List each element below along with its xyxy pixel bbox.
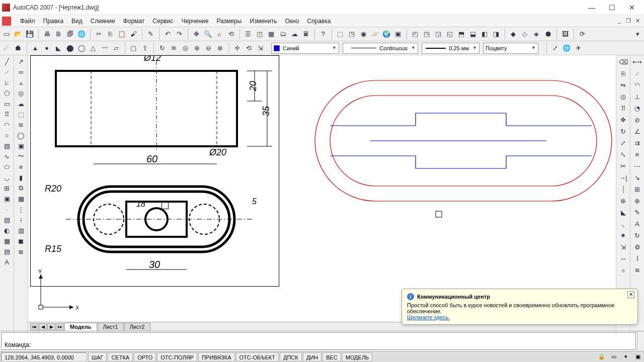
refresh-icon[interactable]: ⟳ xyxy=(577,29,588,40)
world-icon[interactable]: 🌐 xyxy=(561,43,572,54)
view-top-icon[interactable]: ⬒ xyxy=(456,29,467,40)
block-editor-icon[interactable]: ✎ xyxy=(145,29,156,40)
tab-prev[interactable]: ◀ xyxy=(39,323,47,330)
explode-icon[interactable]: ✷ xyxy=(618,230,629,241)
menu-draw[interactable]: Черчение xyxy=(177,17,212,26)
3dpoly-icon[interactable]: ⟁ xyxy=(16,77,27,87)
rect-icon[interactable]: ▭ xyxy=(2,99,13,109)
menu-insert[interactable]: Слияние xyxy=(87,17,119,26)
fillet-icon[interactable]: ◟ xyxy=(618,218,629,229)
layer-move-icon[interactable]: ☗ xyxy=(13,43,24,54)
scale-icon[interactable]: ⤢ xyxy=(618,137,629,148)
cube-intersect-icon[interactable]: ◈ xyxy=(531,29,542,40)
line-icon[interactable]: ╱ xyxy=(2,56,13,66)
dim-leader-icon[interactable]: ↘ xyxy=(632,172,643,183)
helix-icon[interactable]: 〰 xyxy=(99,43,110,54)
dim-edit-icon[interactable]: ✎ xyxy=(632,207,643,218)
render-icon[interactable]: ▣ xyxy=(392,29,404,40)
measure-icon[interactable]: ⟊ xyxy=(16,215,27,225)
ucs-icon[interactable]: ⬚ xyxy=(335,29,346,40)
menu-window[interactable]: Окно xyxy=(281,17,303,26)
lwt-toggle[interactable]: ВЕС xyxy=(323,352,341,361)
menu-help[interactable]: Справка xyxy=(303,17,335,26)
redo-icon[interactable]: ↷ xyxy=(174,29,185,40)
dim-center-icon[interactable]: ⊕ xyxy=(632,195,643,206)
coordinates[interactable]: 128.2064, 345.4903, 0.0000 xyxy=(1,352,87,361)
fill-icon[interactable]: ◼ xyxy=(16,236,27,246)
image-icon[interactable]: 🖼 xyxy=(559,29,571,40)
tab-sheet1[interactable]: Лист1 xyxy=(98,323,124,331)
align-icon[interactable]: ⇲ xyxy=(618,241,629,252)
array-icon[interactable]: ⠿ xyxy=(2,109,13,119)
print-icon[interactable]: 🖶 xyxy=(41,29,52,40)
dim-update-icon[interactable]: ↻ xyxy=(632,230,643,241)
breakline-icon[interactable]: ≋ xyxy=(16,120,27,130)
snap-toggle[interactable]: ШАГ xyxy=(88,352,107,361)
cleanscreen-icon[interactable]: ▣ xyxy=(632,352,643,361)
menu-modify[interactable]: Изменить xyxy=(246,17,281,26)
menu-view[interactable]: Вид xyxy=(67,17,87,26)
view-left-icon[interactable]: ◧ xyxy=(479,29,490,40)
spline-icon[interactable]: ∿ xyxy=(2,151,13,161)
join-icon[interactable]: ⊕ xyxy=(618,195,629,206)
xline-icon[interactable]: ⟋ xyxy=(2,67,13,77)
revcloud-icon[interactable]: ☁ xyxy=(16,99,27,109)
dim-aligned-icon[interactable]: ⟋ xyxy=(632,68,643,79)
sweep-icon[interactable]: ≋ xyxy=(168,43,179,54)
hatch-icon[interactable]: ▨ xyxy=(2,215,13,225)
polar-toggle[interactable]: ОТС-ПОЛЯР xyxy=(157,352,197,361)
mtext-icon[interactable]: ≣ xyxy=(16,246,27,256)
boundary-icon[interactable]: ▣ xyxy=(16,141,27,151)
menu-tools[interactable]: Сервис xyxy=(148,17,177,26)
torus-icon[interactable]: ◯ xyxy=(76,43,87,54)
wedge-icon[interactable]: ◣ xyxy=(53,43,64,54)
open-icon[interactable]: 📂 xyxy=(13,29,24,40)
cut-icon[interactable]: ✂ xyxy=(93,29,104,40)
dim-quick-icon[interactable]: ⇉ xyxy=(632,137,643,148)
markup-icon[interactable]: ☁ xyxy=(289,29,300,40)
plot-preview-icon[interactable]: 🗎 xyxy=(53,29,64,40)
offset-icon[interactable]: ◎ xyxy=(618,91,629,102)
help-icon[interactable]: ? xyxy=(317,29,329,40)
dyn-toggle[interactable]: ДИН xyxy=(303,352,321,361)
trace-icon[interactable]: ≡ xyxy=(16,162,27,172)
intersect-icon[interactable]: ⊗ xyxy=(214,43,225,54)
chamfer-icon[interactable]: ◣ xyxy=(618,207,629,218)
rotate-icon[interactable]: ↻ xyxy=(618,126,629,137)
dim-continue-icon[interactable]: ⋯ xyxy=(632,160,643,171)
spline2-icon[interactable]: 〜 xyxy=(16,151,27,161)
menu-format[interactable]: Формат xyxy=(119,17,149,26)
paste-icon[interactable]: 📋 xyxy=(116,29,127,40)
popup-link[interactable]: Щелкните здесь. xyxy=(407,314,450,320)
circle2-icon[interactable]: ◯ xyxy=(16,130,27,140)
otrack-toggle[interactable]: ОТС-ОБЪЕКТ xyxy=(236,352,279,361)
view-sw-icon[interactable]: ◱ xyxy=(444,29,455,40)
copy-icon[interactable]: ⎘ xyxy=(105,29,116,40)
view-front-icon[interactable]: ⬓ xyxy=(467,29,478,40)
matchprop-icon[interactable]: 🖌 xyxy=(128,29,139,40)
box2-icon[interactable]: ▢ xyxy=(128,43,139,54)
pedit-icon[interactable]: ⟐ xyxy=(618,264,629,276)
stretch-icon[interactable]: ⤡ xyxy=(618,149,629,160)
polygon-icon[interactable]: ⬠ xyxy=(2,88,13,98)
osnap-toggle[interactable]: ПРИВЯЗКА xyxy=(198,352,234,361)
arc-icon[interactable]: ◠ xyxy=(2,120,13,130)
region2-icon[interactable]: ▦ xyxy=(2,236,13,246)
ellipse-icon[interactable]: ⬭ xyxy=(2,162,13,172)
loft-icon[interactable]: ◎ xyxy=(180,43,191,54)
dropdown-more[interactable]: ▾ xyxy=(632,29,643,40)
3drotate-icon[interactable]: ⟲ xyxy=(243,43,254,54)
lengthen-icon[interactable]: ↔ xyxy=(618,253,629,264)
toolpalettes-icon[interactable]: ▦ xyxy=(266,29,277,40)
view-right-icon[interactable]: ◨ xyxy=(491,29,502,40)
circle-icon[interactable]: ○ xyxy=(2,130,13,140)
cube-extrude-icon[interactable]: ⬢ xyxy=(542,29,553,40)
grid-toggle[interactable]: СЕТКА xyxy=(108,352,133,361)
dim-override-icon[interactable]: ≋ xyxy=(632,264,643,276)
zoom-realtime-icon[interactable]: 🔍 xyxy=(202,29,213,40)
extend-icon[interactable]: →| xyxy=(618,172,629,183)
color-dropdown[interactable]: Синий ▼ xyxy=(271,43,339,54)
sphere-icon[interactable]: ◉ xyxy=(358,29,369,40)
pyramid-icon[interactable]: △ xyxy=(88,43,99,54)
copy2-icon[interactable]: ⎘ xyxy=(618,68,629,79)
